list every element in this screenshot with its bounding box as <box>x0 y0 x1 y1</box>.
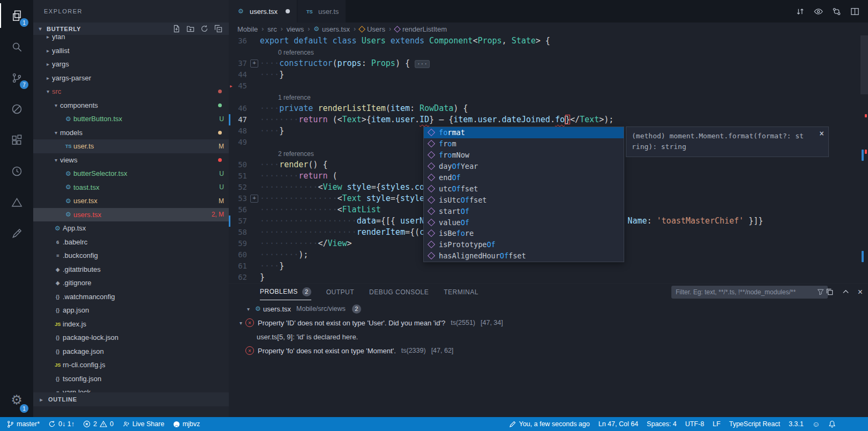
gutter[interactable]: 58 <box>229 227 260 238</box>
gutter[interactable]: 62 <box>229 272 260 283</box>
split-editor-icon[interactable] <box>850 7 859 16</box>
suggest-item-isprototypeof[interactable]: isPrototypeOf <box>424 239 624 250</box>
gutter[interactable]: 36 <box>229 35 260 47</box>
gutter[interactable]: 51 <box>229 170 260 182</box>
tree-item-butterbutton-tsx[interactable]: ⚙butterButton.tsxU <box>33 112 229 126</box>
live-share-status[interactable]: Live Share <box>118 417 169 431</box>
maximize-chevron-icon[interactable] <box>842 288 850 296</box>
activity-pen[interactable] <box>0 218 33 249</box>
language-mode-status[interactable]: TypeScript React <box>725 417 784 431</box>
activity-circle-slash[interactable] <box>0 93 33 124</box>
gutter[interactable] <box>229 148 260 159</box>
ts-version-status[interactable]: 3.3.1 <box>784 417 808 431</box>
tree-item-user-tsx[interactable]: ⚙user.tsxM <box>33 194 229 208</box>
close-icon[interactable]: × <box>858 288 863 295</box>
activity-history[interactable] <box>0 155 33 187</box>
activity-search[interactable] <box>0 31 33 62</box>
tree-item--babelrc[interactable]: 6.babelrc <box>33 235 229 249</box>
activity-triangle[interactable] <box>0 187 33 218</box>
problems-filter-input[interactable] <box>671 286 828 299</box>
gutter[interactable]: 46 <box>229 103 260 114</box>
activity-settings[interactable]: ⚙ 1 <box>0 383 33 417</box>
tree-item-package-json[interactable]: {}package.json <box>33 345 229 359</box>
modified-dot-icon[interactable] <box>286 9 290 13</box>
overview-ruler[interactable] <box>860 35 868 283</box>
tab-output[interactable]: OUTPUT <box>326 284 354 300</box>
tree-item-user-ts[interactable]: TSuser.tsM <box>33 139 229 153</box>
filter-funnel-icon[interactable] <box>817 288 824 295</box>
code-line[interactable]: 47········return (<Text>{item.user.ID} —… <box>229 114 868 125</box>
gutter[interactable] <box>229 92 260 103</box>
tab-problems[interactable]: PROBLEMS 2 <box>260 284 311 300</box>
suggest-item-isbefore[interactable]: isBefore <box>424 228 624 239</box>
tree-item--gitattributes[interactable]: ◈.gitattributes <box>33 263 229 277</box>
gutter[interactable]: 49 <box>229 137 260 148</box>
breadcrumb-item-users[interactable]: Users <box>360 25 385 33</box>
suggest-item-valueof[interactable]: valueOf <box>424 217 624 228</box>
feedback-status[interactable]: ☺ <box>808 417 824 431</box>
suggest-item-format[interactable]: format <box>424 127 624 138</box>
blame-status[interactable]: You, a few seconds ago <box>505 417 594 431</box>
gutter[interactable]: 52 <box>229 182 260 193</box>
tree-item--gitignore[interactable]: ◈.gitignore <box>33 276 229 290</box>
breadcrumb-item-views[interactable]: views <box>287 25 304 33</box>
tree-item-src[interactable]: ▾src <box>33 85 229 99</box>
related-info-row[interactable]: user.ts[5, 9]: 'id' is declared here. <box>229 330 868 344</box>
tree-item-butterselector-tsx[interactable]: ⚙butterSelector.tsxU <box>33 167 229 181</box>
breadcrumb-item-src[interactable]: src <box>267 25 276 33</box>
code-line[interactable]: 37+····constructor(props: Props) { ··· <box>229 58 868 69</box>
tree-item-tsconfig-json[interactable]: {}tsconfig.json <box>33 372 229 386</box>
activity-extensions[interactable] <box>0 124 33 155</box>
tree-item-rn-cli-config-js[interactable]: JSrn-cli.config.js <box>33 358 229 372</box>
activity-explorer[interactable]: 1 <box>0 0 33 31</box>
tree-item-app-json[interactable]: {}app.json <box>33 303 229 317</box>
tree-item-views[interactable]: ▾views <box>33 153 229 167</box>
compare-icon[interactable] <box>832 7 841 16</box>
gutter[interactable]: 57 <box>229 216 260 227</box>
close-icon[interactable]: × <box>819 128 824 139</box>
tree-item--buckconfig[interactable]: ≡.buckconfig <box>33 249 229 263</box>
tree-item-models[interactable]: ▾models <box>33 126 229 140</box>
outline-section[interactable]: ▸ OUTLINE <box>33 392 229 406</box>
breadcrumb-item-renderlistitem[interactable]: renderListItem <box>395 25 447 33</box>
tree-item-package-lock-json[interactable]: {}package-lock.json <box>33 331 229 345</box>
tab-debug-console[interactable]: DEBUG CONSOLE <box>369 284 429 300</box>
notifications-status[interactable] <box>824 417 840 431</box>
eol-status[interactable]: LF <box>708 417 725 431</box>
suggest-item-fromnow[interactable]: fromNow <box>424 150 624 161</box>
suggest-item-utcoffset[interactable]: utcOffset <box>424 183 624 194</box>
tree-item-users-tsx[interactable]: ⚙users.tsx2, M <box>33 208 229 222</box>
codelens-label[interactable]: 1 reference <box>278 92 311 103</box>
collapse-all-icon[interactable] <box>214 25 222 33</box>
fold-icon[interactable]: + <box>250 60 258 68</box>
code-line[interactable]: 46····private renderListItem(item: RowDa… <box>229 103 868 114</box>
problem-row[interactable]: ×Property 'fo' does not exist on type 'M… <box>229 344 868 358</box>
suggest-item-startof[interactable]: startOf <box>424 205 624 217</box>
open-changes-icon[interactable] <box>796 7 805 16</box>
gutter[interactable]: 37+ <box>229 58 260 69</box>
tree-item-yfan[interactable]: ▸yfan <box>33 35 229 44</box>
activity-source-control[interactable]: 7 <box>0 62 33 93</box>
tree-item-yarn-lock[interactable]: ≡yarn.lock <box>33 385 229 392</box>
tab-user-ts[interactable]: TS user.ts <box>297 0 346 23</box>
github-status[interactable]: mjbvz <box>169 417 205 431</box>
gutter[interactable]: 53+ <box>229 193 260 204</box>
new-folder-icon[interactable] <box>186 25 194 33</box>
tree-item-yargs-parser[interactable]: ▸yargs-parser <box>33 71 229 85</box>
codelens-label[interactable]: 0 references <box>278 47 314 58</box>
suggest-item-dayofyear[interactable]: dayOfYear <box>424 161 624 172</box>
gutter[interactable]: 60 <box>229 249 260 261</box>
suggest-item-from[interactable]: from <box>424 138 624 150</box>
codelens-label[interactable]: 2 references <box>278 148 314 159</box>
tree-item-components[interactable]: ▾components <box>33 99 229 113</box>
refresh-icon[interactable] <box>200 25 208 33</box>
problem-row[interactable]: ▾×Property 'ID' does not exist on type '… <box>229 316 868 330</box>
scrollbar-thumb[interactable] <box>860 35 868 94</box>
gutter[interactable]: 50 <box>229 159 260 170</box>
fold-icon[interactable]: + <box>250 195 258 203</box>
gutter[interactable]: ▸45 <box>229 80 260 92</box>
sync-status[interactable]: 0↓ 1↑ <box>44 417 79 431</box>
tree-item-yargs[interactable]: ▸yargs <box>33 57 229 71</box>
tree-item-toast-tsx[interactable]: ⚙toast.tsxU <box>33 181 229 195</box>
breadcrumb-item-users-tsx[interactable]: ⚙users.tsx <box>313 25 350 33</box>
